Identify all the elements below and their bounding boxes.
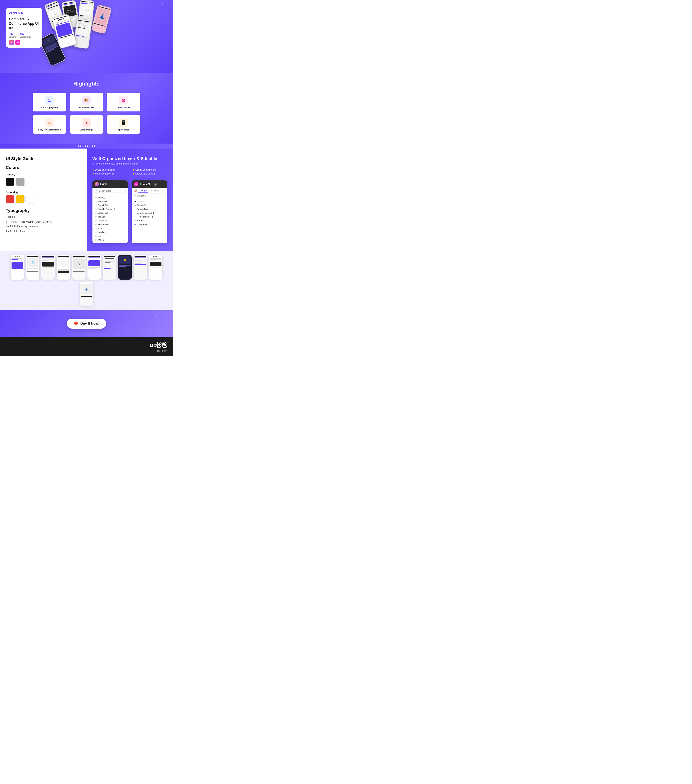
panel-item-bag[interactable]: ◎ bag — [92, 234, 128, 238]
secondary-colors-section: Secondary — [6, 191, 81, 204]
xd-nav-bar: 🏠 Design Prototype — [132, 188, 167, 194]
highlights-grid: 🗂 Clear Styleguide 🎨 Illustration Set ⊞ … — [33, 92, 140, 134]
xd-all-items-row: 🔍 All Items — [132, 194, 167, 198]
figma-search-input[interactable] — [95, 189, 126, 193]
styleguide-section: UI Style Guide Colors Primary Secondary — [0, 148, 87, 251]
highlight-card-easy: Aa Easy to Customization — [33, 115, 66, 134]
xd-item-homeindicator[interactable]: ◆ Home Indicator 1 — [132, 215, 167, 219]
appscreen-icon: 📱 — [119, 119, 128, 127]
stat-screens: 45+ Screens — [9, 33, 16, 38]
mini-phone-8: 💳 — [118, 255, 132, 280]
xd-item-searchcamera[interactable]: ◆ Search_Camera 1 — [132, 211, 167, 215]
highlights-section: Highlights 🗂 Clear Styleguide 🎨 Illustra… — [0, 73, 173, 143]
panel-item-newarrivals[interactable]: ⊞ New Arrivals — [92, 222, 128, 226]
swatch-red — [6, 195, 14, 204]
panel-item-categories[interactable]: ◎ Catagories — [92, 211, 128, 215]
illustration-icon: 🎨 — [82, 96, 91, 105]
swatch-yellow — [16, 195, 25, 204]
xd-item-searchbox[interactable]: ◆ Search Box — [132, 207, 167, 211]
all-items-label: All Items — [137, 194, 145, 197]
xd-item-catagories[interactable]: ◆ Catagories — [132, 222, 167, 226]
xd-item-statusbar[interactable]: ◆ Status Bar — [132, 203, 167, 207]
xd-icon: Xd — [134, 182, 138, 186]
highlights-title: Highlights — [8, 81, 165, 87]
panel-item-watch[interactable]: ◎ Watch — [92, 238, 128, 242]
brand-name: ZOYOTA — [9, 11, 39, 15]
swatch-white — [26, 195, 35, 204]
buy-now-label: Buy It Now! — [80, 321, 99, 326]
xd-panel-body: ◀ HOME ◆ Status Bar ◆ Search Box ◆ — [132, 198, 167, 228]
tool-badges: F Xd — [9, 40, 39, 45]
figma-badge: F — [9, 40, 14, 45]
panel-item-searchbox[interactable]: ◎ Search Box — [92, 203, 128, 207]
xd-panel: Xd Adobe Xd M 🏠 Design Prototype — [132, 180, 167, 243]
panel-item-cashback[interactable]: ⊞ Cashback — [92, 219, 128, 222]
hero-phones: ▶ ▼ Your Bills — [46, 0, 173, 73]
styleguide-title: UI Style Guide — [6, 156, 81, 161]
primary-label: Primary — [6, 173, 81, 176]
tab-prototype[interactable]: Prototype — [148, 189, 160, 193]
mid-section: UI Style Guide Colors Primary Secondary — [0, 148, 173, 251]
watermark-main: ui老爸 — [150, 341, 167, 349]
mini-phone-6 — [87, 255, 101, 280]
figma-title: Figma — [100, 183, 107, 185]
xd-badge: Xd — [15, 40, 20, 45]
feature-1: ◆ 100% Customizable — [92, 168, 127, 171]
well-organized-section: Well Organized Layer & Editable All laye… — [87, 148, 173, 251]
tab-design[interactable]: Design — [138, 189, 148, 193]
xd-title: Adobe Xd — [140, 183, 152, 186]
xd-extra-icon: M — [154, 183, 157, 186]
xd-tabs: Design Prototype — [138, 189, 160, 193]
tool-panels: F Figma ⊞ Home_1 ◎ Status Bar — [92, 180, 167, 243]
figma-panel: F Figma ⊞ Home_1 ◎ Status Bar — [92, 180, 128, 243]
mini-phone-10: ZOYOTA Welcome to Login — [149, 255, 163, 280]
styleguide-icon: 🗂 — [45, 96, 54, 105]
highlight-card-consistent: ⊞ Consistent UI — [107, 92, 140, 112]
mini-phone-2: 👕 — [26, 255, 40, 280]
hero-left: ZOYOTA Complete E-Commerce App UI Kit. 4… — [0, 0, 46, 73]
screenshots-section: ZOYOTA 👕 — [0, 251, 173, 310]
easy-icon: Aa — [45, 119, 54, 127]
figma-search — [92, 188, 128, 194]
well-organized-title: Well Organized Layer & Editable — [92, 156, 167, 161]
xd-panel-header: Xd Adobe Xd M — [132, 180, 167, 188]
typography-heading: Typography — [6, 208, 81, 213]
page-wrapper: ZOYOTA Complete E-Commerce App UI Kit. 4… — [0, 0, 173, 356]
heart-icon: ❤️ — [74, 321, 78, 326]
colors-heading: Colors — [6, 165, 81, 170]
appscreen-label: App Screen — [118, 128, 129, 131]
feature-3: ◆ Free Illustration Set — [92, 172, 127, 175]
xd-item-tabbar[interactable]: ◆ Tab Bar — [132, 219, 167, 222]
panel-item-hoodies[interactable]: ◎ Hoodies — [92, 230, 128, 234]
swatch-black — [6, 178, 14, 186]
mini-phone-5: 🔍 — [72, 255, 86, 280]
hero-section: ZOYOTA Complete E-Commerce App UI Kit. 4… — [0, 0, 173, 73]
highlight-card-clean: ♥ Cleen Design — [70, 115, 104, 134]
figma-panel-header: F Figma — [92, 180, 128, 188]
watermark-sub: uil8.com — [157, 349, 167, 352]
panel-item-shoes[interactable]: ◎ shoes — [92, 226, 128, 230]
panel-item-statusbar[interactable]: ◎ Status Bar — [92, 199, 128, 203]
mini-phone-1: ZOYOTA — [10, 255, 24, 280]
mini-phone-11: 👗 — [79, 281, 94, 306]
mini-phone-4 — [56, 255, 70, 280]
primary-swatches — [6, 178, 81, 186]
panel-item-tabbar[interactable]: ◎ Tab Bar — [92, 215, 128, 219]
panel-item-home[interactable]: ⊞ Home_1 — [92, 196, 128, 199]
figma-panel-body: ⊞ Home_1 ◎ Status Bar ◎ Search Box ◎ — [92, 194, 128, 243]
mini-phone-9 — [133, 255, 147, 280]
watermark-section: ui老爸 uil8.com — [0, 337, 173, 356]
clean-label: Cleen Design — [80, 128, 93, 131]
consistent-icon: ⊞ — [119, 96, 128, 105]
hero-tagline: Complete E-Commerce App UI Kit. — [9, 17, 39, 31]
well-organized-subtitle: All layer are organized and grouped prop… — [92, 162, 167, 165]
illustration-label: Illustration Set — [79, 106, 94, 109]
highlight-card-illustration: 🎨 Illustration Set — [70, 92, 104, 112]
highlight-card-appscreen: 📱 App Screen — [107, 115, 140, 134]
panel-item-searchcamera[interactable]: ◎ Search_Camera 1 — [92, 207, 128, 211]
styleguide-label: Clear Styleguide — [41, 106, 58, 109]
colors-section: Colors Primary — [6, 165, 81, 186]
figma-icon: F — [95, 182, 99, 186]
easy-label: Easy to Customization — [38, 128, 61, 131]
buy-now-button[interactable]: ❤️ Buy It Now! — [67, 319, 106, 329]
